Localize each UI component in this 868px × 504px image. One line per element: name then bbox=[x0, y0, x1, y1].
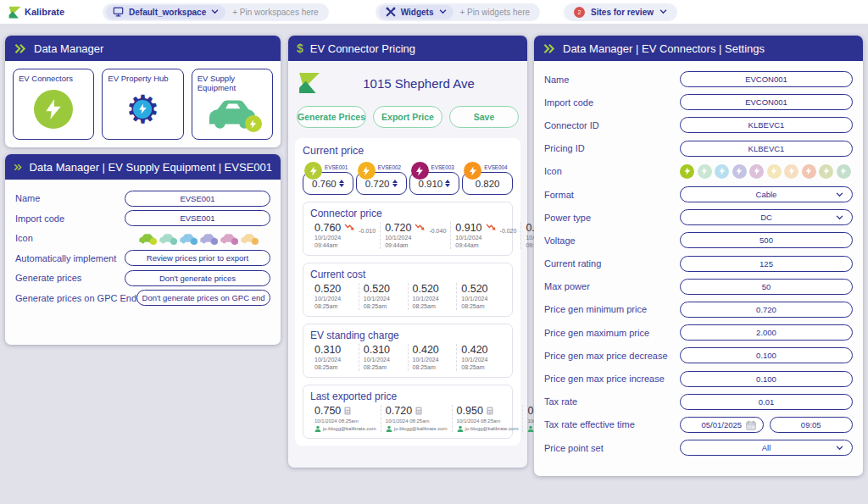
bolt-color-option[interactable] bbox=[802, 164, 816, 179]
pg-min-input[interactable]: 0.720 bbox=[680, 302, 853, 318]
car-icon-option[interactable] bbox=[179, 233, 197, 244]
connector-id-input[interactable]: KLBEVC1 bbox=[680, 117, 853, 133]
current-cost-cell: 0.520 10/1/2024 08:25am bbox=[456, 283, 505, 310]
chevron-down-icon bbox=[211, 9, 219, 14]
current-cost-section: Current cost 0.520 10/1/2024 08:25am 0.5… bbox=[303, 263, 513, 317]
bolt-icon bbox=[133, 100, 152, 119]
current-price-evse003: EVSE003 0.910 bbox=[409, 162, 460, 195]
double-chevron-icon bbox=[14, 43, 27, 54]
last-exported-cell: 0.950 10/1/2024 08:25am jo.b bbox=[452, 405, 523, 432]
last-exported-cell: 0.720 10/1/2024 08:25am jo.b bbox=[381, 405, 452, 432]
bolt-color-option[interactable] bbox=[715, 164, 729, 179]
pricing-panel-header[interactable]: $ EV Connector Pricing bbox=[288, 36, 527, 61]
ev-connectors-bolt-icon bbox=[34, 90, 73, 129]
standing-charge-cell: 0.310 10/1/2024 08:25am bbox=[310, 344, 359, 371]
card-ev-connectors[interactable]: EV Connectors bbox=[13, 69, 94, 140]
current-rating-input[interactable]: 125 bbox=[680, 256, 853, 272]
settings-panel-header[interactable]: Data Manager | EV Connectors | Settings bbox=[534, 36, 863, 61]
standing-charge-section: EV standing charge 0.310 10/1/2024 08:25… bbox=[303, 324, 513, 378]
bolt-badge-icon bbox=[245, 115, 262, 132]
data-manager-cards: EV Connectors EV Property Hub ⚙ EV Suppl… bbox=[5, 61, 281, 147]
generate-gpc-select[interactable]: Don't generate prices on GPC end bbox=[136, 290, 270, 306]
gear-icon: ⚙ bbox=[120, 87, 164, 131]
current-price-evse001: EVSE001 0.760 bbox=[303, 162, 353, 195]
pg-increase-input[interactable]: 0.100 bbox=[680, 371, 853, 387]
trend-down-icon bbox=[344, 224, 355, 232]
connector-price-cell: 0.760 -0.010 10/1/2024 09:44am bbox=[310, 222, 380, 249]
kalibrate-logo[interactable]: Kalibrate bbox=[8, 6, 64, 19]
pg-max-input[interactable]: 2.000 bbox=[680, 324, 853, 341]
car-icon-option[interactable] bbox=[199, 233, 217, 244]
calculator-icon bbox=[415, 407, 422, 415]
last-exported-section: Last exported price 0.750 10/1/2024 08:2… bbox=[303, 385, 513, 439]
save-button[interactable]: Save bbox=[449, 106, 519, 128]
current-price-evse002: EVSE002 0.720 bbox=[356, 162, 407, 195]
power-type-dropdown[interactable]: DC bbox=[680, 209, 853, 225]
bolt-color-option[interactable] bbox=[698, 164, 712, 179]
data-manager-panel: Data Manager EV Connectors EV Property H… bbox=[5, 36, 281, 147]
field-import-code: Import code EVSE001 bbox=[5, 209, 281, 229]
field-voltage: Voltage 500 bbox=[534, 229, 863, 252]
widgets-selector[interactable]: Widgets bbox=[379, 5, 453, 19]
import-code-input[interactable]: EVCON001 bbox=[680, 94, 853, 110]
card-ev-property-hub[interactable]: EV Property Hub ⚙ bbox=[102, 69, 183, 140]
sites-for-review-button[interactable]: 2 Sites for review bbox=[564, 3, 677, 21]
tax-time-input[interactable]: 09:05 bbox=[770, 417, 854, 433]
pricing-id-input[interactable]: KLBEVC1 bbox=[680, 141, 853, 157]
field-pg-decrease: Price gen max price decrease 0.100 bbox=[534, 344, 863, 367]
calendar-icon[interactable] bbox=[746, 420, 756, 430]
generate-prices-button[interactable]: Generate Prices bbox=[297, 106, 366, 128]
tax-date-input[interactable]: 05/01/2025 bbox=[680, 417, 764, 433]
name-input[interactable]: EVCON001 bbox=[680, 71, 853, 87]
spinner-arrows[interactable] bbox=[339, 180, 344, 188]
tax-rate-input[interactable]: 0.01 bbox=[680, 394, 853, 410]
standing-charge-cell: 0.310 10/1/2024 08:25am bbox=[359, 344, 408, 371]
site-row: 1015 Shepherd Ave bbox=[288, 61, 527, 99]
data-manager-header[interactable]: Data Manager bbox=[5, 36, 281, 61]
bolt-color-option[interactable] bbox=[784, 164, 798, 179]
icon-picker bbox=[125, 233, 270, 244]
current-cost-cell: 0.520 10/1/2024 08:25am bbox=[408, 283, 457, 310]
format-dropdown[interactable]: Cable bbox=[680, 186, 853, 202]
field-price-point-set: Price point set All bbox=[534, 436, 863, 459]
pg-decrease-input[interactable]: 0.100 bbox=[680, 347, 853, 363]
voltage-input[interactable]: 500 bbox=[680, 232, 853, 248]
field-pg-max: Price gen maximum price 2.000 bbox=[534, 321, 863, 344]
bolt-color-option[interactable] bbox=[767, 164, 782, 179]
sites-review-badge: 2 bbox=[574, 7, 585, 18]
export-price-button[interactable]: Export Price bbox=[373, 106, 442, 128]
field-name: Name EVSE001 bbox=[5, 189, 281, 208]
name-input[interactable]: EVSE001 bbox=[125, 191, 270, 207]
auto-implement-select[interactable]: Review prices prior to export bbox=[125, 250, 270, 266]
current-price-row: EVSE001 0.760 EVSE002 0.720 bbox=[303, 162, 513, 195]
field-generate-prices: Generate prices Don't generate prices bbox=[5, 269, 281, 288]
price-point-set-dropdown[interactable]: All bbox=[680, 440, 853, 456]
car-icon-option[interactable] bbox=[220, 233, 237, 244]
bolt-color-option[interactable] bbox=[680, 164, 694, 179]
ev-car-icon bbox=[206, 97, 259, 130]
card-label: EV Connectors bbox=[19, 74, 88, 83]
calculator-icon bbox=[344, 407, 351, 415]
bolt-color-option[interactable] bbox=[819, 164, 833, 179]
card-ev-supply-equipment[interactable]: EV Supply Equipment bbox=[192, 69, 273, 140]
import-code-input[interactable]: EVSE001 bbox=[125, 210, 270, 226]
user-icon bbox=[457, 425, 464, 432]
car-icon-option[interactable] bbox=[240, 233, 258, 244]
spinner-arrows[interactable] bbox=[392, 180, 398, 188]
field-icon: Icon bbox=[5, 229, 281, 248]
spinner-arrows[interactable] bbox=[445, 180, 450, 188]
current-cost-cell: 0.520 10/1/2024 08:25am bbox=[310, 283, 359, 310]
car-icon-option[interactable] bbox=[159, 233, 176, 244]
workspace-selector[interactable]: Default_workspace bbox=[106, 5, 225, 19]
connector-settings-panel: Data Manager | EV Connectors | Settings … bbox=[534, 36, 863, 476]
field-pg-min: Price gen minimum price 0.720 bbox=[534, 298, 863, 321]
bolt-color-option[interactable] bbox=[837, 164, 851, 179]
max-power-input[interactable]: 50 bbox=[680, 279, 853, 295]
kalibrate-logo-icon bbox=[8, 6, 21, 19]
evse-panel-header[interactable]: Data Manager | EV Supply Equipment | EVS… bbox=[5, 154, 281, 180]
generate-prices-select[interactable]: Don't generate prices bbox=[125, 270, 270, 286]
field-tax-time: Tax rate effective time 05/01/2025 09:05 bbox=[534, 413, 863, 436]
car-icon-option[interactable] bbox=[138, 233, 156, 244]
bolt-color-option[interactable] bbox=[732, 164, 747, 179]
bolt-color-option[interactable] bbox=[749, 164, 764, 179]
